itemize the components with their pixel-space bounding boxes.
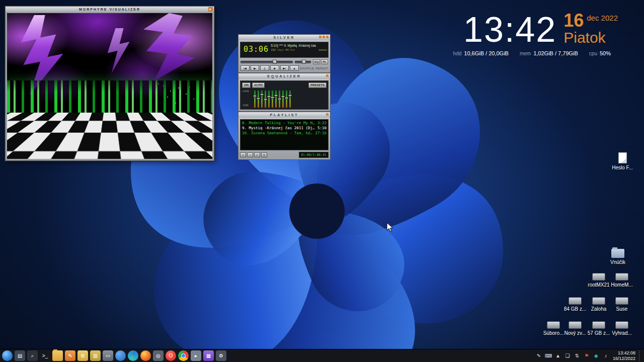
playlist-remove-button[interactable]: − bbox=[247, 152, 253, 157]
eq-band-slider[interactable] bbox=[289, 90, 291, 108]
playlist-titlebar[interactable]: PLAYLIST bbox=[238, 112, 330, 118]
playlist-time-display: 01:00/1:00:41 bbox=[299, 152, 329, 158]
desktop-icon-vnucik[interactable]: Vnúčik bbox=[606, 249, 630, 265]
equalizer-titlebar[interactable]: EQUALIZER bbox=[238, 73, 330, 79]
playlist-toggle-button[interactable]: PL bbox=[321, 59, 328, 64]
eq-band-slider[interactable] bbox=[279, 90, 280, 108]
screenshot-tool-icon[interactable]: ◎ bbox=[153, 350, 164, 361]
eject-button[interactable]: ▲ bbox=[290, 65, 299, 71]
close-button[interactable] bbox=[326, 36, 329, 38]
eq-presets-button[interactable]: PRESETS bbox=[308, 82, 327, 88]
visualizer-canvas bbox=[7, 13, 212, 159]
player-titlebar[interactable]: SILVER bbox=[238, 35, 330, 40]
pause-button[interactable]: || bbox=[260, 65, 269, 71]
playlist-item[interactable]: 10. Zuzana Smatanová - Tam, kde s... 27:… bbox=[242, 131, 327, 136]
stop-button[interactable]: ■ bbox=[270, 65, 279, 71]
archive-icon[interactable]: ▥ bbox=[90, 350, 101, 361]
hidden-icons-arrow[interactable]: ▲ bbox=[554, 353, 561, 358]
flag-icon[interactable]: ⚑ bbox=[583, 353, 590, 358]
shade-button[interactable] bbox=[323, 36, 325, 38]
drive-icon bbox=[569, 321, 582, 329]
audio-player: SILVER 03:06 5:10) *** 9. Mystiq -Krásne… bbox=[238, 34, 331, 160]
opera-icon[interactable]: O bbox=[166, 350, 176, 361]
desktop-icon-homem[interactable]: HomeM... bbox=[610, 273, 634, 288]
network-icon[interactable]: ⇅ bbox=[574, 353, 581, 358]
notes-icon[interactable]: ≣ bbox=[77, 350, 88, 361]
playlist-item-selected[interactable]: 9. Mystiq -Krásnej čas 2011 (Dj Piere 5:… bbox=[242, 126, 327, 131]
firefox-icon[interactable] bbox=[140, 350, 151, 361]
eq-band-slider[interactable] bbox=[282, 90, 284, 108]
drive-icon bbox=[592, 297, 605, 305]
folder-icon[interactable] bbox=[52, 350, 63, 361]
taskbar-time: 13:42:08 bbox=[613, 350, 635, 356]
eq-band-slider[interactable] bbox=[275, 90, 277, 108]
volume-slider[interactable] bbox=[240, 61, 293, 63]
balance-slider[interactable] bbox=[295, 61, 311, 63]
stat-mem: mem1,02GiB / 7,79GiB bbox=[520, 50, 578, 56]
drive-icon bbox=[547, 321, 560, 329]
shield-icon[interactable]: ◆ bbox=[593, 353, 600, 358]
player-display: 03:06 5:10) *** 9. Mystiq -Krásnej čas 1… bbox=[240, 42, 329, 58]
search-icon[interactable]: ⌕ bbox=[27, 350, 38, 361]
file-manager-icon[interactable]: ▤ bbox=[15, 350, 25, 361]
playlist-item[interactable]: 8. Modern Talking - You're My Heart, ...… bbox=[242, 121, 327, 126]
browser-icon[interactable] bbox=[115, 350, 126, 361]
clipboard-icon[interactable]: ❏ bbox=[564, 353, 571, 358]
eq-band-slider[interactable] bbox=[286, 90, 287, 108]
equalizer-title: EQUALIZER bbox=[267, 74, 301, 78]
desktop-icon-heslo[interactable]: Heslo F... bbox=[610, 152, 634, 170]
close-button[interactable]: × bbox=[208, 7, 213, 12]
system-tray: ✎ ⌨ ▲ ❏ ⇅ ⚑ ◆ ♪ bbox=[535, 353, 609, 358]
taskbar-clock[interactable]: 13:42:08 16/12/2022 bbox=[613, 350, 635, 361]
eq-band-slider[interactable] bbox=[261, 90, 263, 108]
desktop-icon-novyzv[interactable]: Nový zv... bbox=[563, 321, 587, 336]
text-editor-icon[interactable]: ✎ bbox=[65, 350, 75, 361]
track-meta: 192 kbps 44 khz stereo bbox=[271, 48, 327, 51]
next-button[interactable]: ▶| bbox=[280, 65, 289, 71]
desktop-icon-rootmx21[interactable]: rootMX21 bbox=[587, 273, 611, 288]
desktop-icon-suse[interactable]: Suse bbox=[610, 297, 634, 312]
eq-band-slider[interactable] bbox=[265, 90, 266, 108]
play-button[interactable]: ▶ bbox=[251, 65, 260, 71]
package-manager-icon[interactable]: ▦ bbox=[203, 350, 214, 361]
desktop-icon-vyhrad[interactable]: Vyhrad... bbox=[610, 321, 634, 336]
desktop-icon-zaloha[interactable]: Zaloha bbox=[587, 297, 611, 312]
desktop-icon-suboro[interactable]: Súboro... bbox=[541, 321, 566, 336]
chrome-icon[interactable] bbox=[178, 350, 189, 361]
clock-time: 13:42 bbox=[463, 12, 556, 47]
terminal-icon[interactable]: >_ bbox=[40, 350, 50, 361]
clock-weekday: Piatok bbox=[564, 29, 618, 47]
close-button[interactable] bbox=[326, 113, 329, 116]
show-desktop-button[interactable] bbox=[639, 350, 642, 361]
volume-icon[interactable]: ♪ bbox=[602, 353, 609, 358]
display-settings-icon[interactable]: ▭ bbox=[103, 350, 113, 361]
previous-button[interactable]: |◀ bbox=[240, 65, 250, 71]
eq-toggle-button[interactable]: EQ bbox=[313, 59, 320, 64]
desktop-icon-57gb[interactable]: 57 GB z... bbox=[587, 321, 611, 336]
eq-on-button[interactable]: ON bbox=[242, 82, 251, 88]
desktop-icon-84gb[interactable]: 84 GB z... bbox=[563, 297, 587, 312]
repeat-button[interactable]: REPEAT bbox=[315, 67, 328, 70]
shuffle-button[interactable]: SHUFFLE bbox=[300, 67, 314, 70]
edge-browser-icon[interactable] bbox=[128, 350, 138, 361]
media-player-icon[interactable]: ▸ bbox=[191, 350, 201, 361]
pen-icon[interactable]: ✎ bbox=[535, 353, 542, 358]
settings-icon[interactable]: ⚙ bbox=[216, 350, 226, 361]
keyboard-icon[interactable]: ⌨ bbox=[545, 353, 552, 358]
minimize-button[interactable] bbox=[319, 36, 321, 38]
taskbar-app-icons: ▤ ⌕ >_ ✎ ≣ ▥ ▭ ◎ O ▸ ▦ bbox=[2, 350, 226, 361]
close-button[interactable] bbox=[326, 74, 329, 77]
player-title: SILVER bbox=[274, 36, 295, 39]
playlist-misc-button[interactable]: ≡ bbox=[261, 152, 267, 157]
eq-band-slider[interactable] bbox=[258, 90, 259, 108]
spectrum-pillars bbox=[7, 80, 212, 113]
playlist-select-button[interactable]: ✓ bbox=[254, 152, 260, 157]
visualizer-titlebar[interactable]: MORPHYRE VISUALIZER × bbox=[6, 7, 214, 12]
eq-band-slider[interactable] bbox=[268, 90, 270, 108]
eq-band-slider[interactable] bbox=[272, 90, 273, 108]
stat-label: mem bbox=[520, 51, 531, 56]
start-button[interactable] bbox=[2, 350, 13, 361]
eq-band-slider[interactable] bbox=[254, 90, 256, 108]
eq-auto-button[interactable]: AUTO bbox=[252, 82, 265, 88]
playlist-add-button[interactable]: + bbox=[240, 152, 246, 157]
